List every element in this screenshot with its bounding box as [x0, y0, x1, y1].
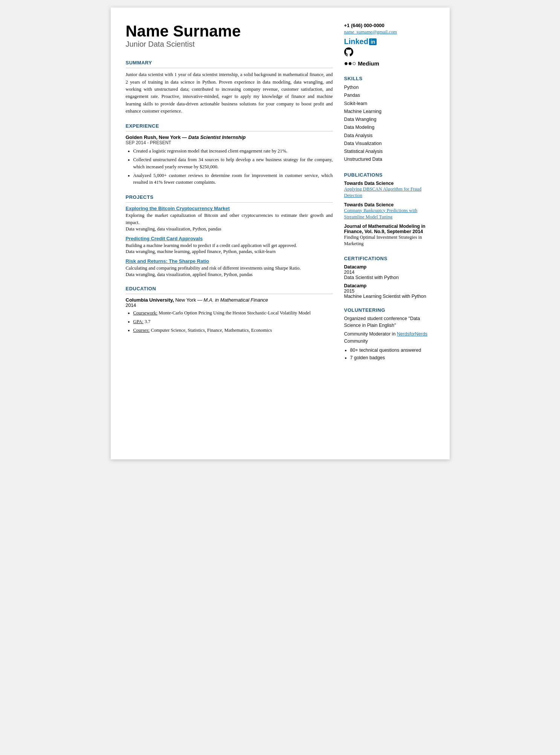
cert-item-2: Datacamp 2015 Machine Learning Scientist… [344, 283, 435, 299]
pub-item-2: Towards Data Science Company Bankruptcy … [344, 202, 435, 221]
pub-item-1: Towards Data Science Applying DBSCAN Alg… [344, 181, 435, 199]
edu-label-3: Courses: [133, 328, 150, 333]
skill-8: Data Visualization [344, 140, 435, 148]
project-item-2: Predicting Credit Card Approvals Buildin… [126, 236, 333, 255]
cert-org-1: Datacamp [344, 264, 435, 270]
cert-desc-2: Machine Learning Scientist with Python [344, 294, 435, 299]
job-title: Junior Data Scientist [126, 40, 333, 49]
exp-bullets: Created a logistic regression model that… [126, 148, 333, 186]
skill-6: Data Modeling [344, 124, 435, 131]
pub-item-3: Journal of Mathematical Modeling in Fina… [344, 224, 435, 247]
contact-email[interactable]: name_surname@gmail.com [344, 29, 435, 35]
skill-1: Python [344, 84, 435, 92]
vol-community-link[interactable]: NerdsforNerds [397, 331, 427, 337]
education-entry: Columbia University, New York — M.A. in … [126, 297, 333, 334]
summary-text: Junior data scientist with 1 year of dat… [126, 71, 333, 115]
github-icon [344, 47, 353, 56]
pub-source-1: Towards Data Science [344, 181, 435, 186]
linkedin-text: Linked [344, 37, 368, 46]
project-desc-2: Building a machine learning model to pre… [126, 242, 333, 249]
edu-label-2: GPA: [133, 319, 143, 324]
edu-label-1: Coursework: [133, 310, 158, 316]
linkedin-in-badge: in [369, 38, 377, 45]
contact-phone: +1 (646) 000-0000 [344, 23, 435, 28]
certifications-heading: CERTIFICATIONS [344, 256, 435, 261]
edu-school-line: Columbia University, New York — M.A. in … [126, 297, 333, 303]
cert-item-1: Datacamp 2014 Data Scientist with Python [344, 264, 435, 280]
skill-9: Statistical Analysis [344, 148, 435, 156]
edu-bullet-3: Courses: Computer Science, Statistics, F… [133, 327, 333, 334]
project-desc-1: Exploring the market capitalization of B… [126, 212, 333, 226]
right-column: +1 (646) 000-0000 name_surname@gmail.com… [344, 23, 435, 444]
cert-org-2: Datacamp [344, 283, 435, 288]
edu-degree: M.A. in Mathematical Finance [204, 297, 268, 303]
skill-2: Pandas [344, 92, 435, 99]
edu-bullets: Coursework: Monte-Carlo Option Pricing U… [126, 310, 333, 334]
skills-list: Python Pandas Scikit-learn Machine Learn… [344, 84, 435, 164]
project-title-3[interactable]: Risk and Returns: The Sharpe Ratio [126, 258, 333, 264]
projects-divider [126, 202, 333, 203]
project-tags-1: Data wrangling, data visualization, Pyth… [126, 226, 333, 232]
volunteering-heading: VOLUNTEERING [344, 307, 435, 313]
project-title-1[interactable]: Exploring the Bitcoin Cryptocurrency Mar… [126, 206, 333, 211]
education-heading: EDUCATION [126, 286, 333, 291]
skill-10: Unstructured Data [344, 156, 435, 163]
summary-divider [126, 68, 333, 68]
medium-text: Medium [358, 60, 379, 67]
project-tags-3: Data wrangling, data visualization, appl… [126, 272, 333, 278]
summary-heading: SUMMARY [126, 60, 333, 66]
pub-link-1[interactable]: Applying DBSCAN Algorithm for Fraud Dete… [344, 186, 435, 199]
experience-divider [126, 131, 333, 131]
exp-bullet-1: Created a logistic regression model that… [133, 148, 333, 155]
vol-bullet-1: 80+ technical questions answered [350, 346, 435, 354]
skill-7: Data Analysis [344, 132, 435, 140]
pub-link-2[interactable]: Company Bankruptcy Predictions with Stre… [344, 207, 435, 221]
pub-source-2: Towards Data Science [344, 202, 435, 207]
left-column: Name Surname Junior Data Scientist SUMMA… [126, 23, 333, 444]
exp-role: Data Scientist Internship [188, 134, 246, 140]
skill-4: Machine Learning [344, 108, 435, 116]
edu-text-3: Computer Science, Statistics, Finance, M… [150, 328, 272, 333]
edu-school-name: Columbia University, [126, 297, 174, 303]
edu-year: 2014 [126, 303, 333, 308]
skill-3: Scikit-learn [344, 100, 435, 108]
projects-heading: PROJECTS [126, 194, 333, 200]
vol-item-1: Organized student conference "Data Scien… [344, 315, 435, 329]
social-icons: Linkedin ●●○ Medium [344, 37, 435, 67]
edu-bullet-1: Coursework: Monte-Carlo Option Pricing U… [133, 310, 333, 317]
edu-text-1: Monte-Carlo Option Pricing Using the Hes… [157, 310, 311, 316]
vol-item-2: Community Moderator in NerdsforNerds Com… [344, 331, 435, 361]
cert-year-2: 2015 [344, 288, 435, 294]
project-desc-3: Calculating and comparing profitability … [126, 265, 333, 272]
vol-bullets: 80+ technical questions answered 7 golde… [344, 346, 435, 361]
resume-page: Name Surname Junior Data Scientist SUMMA… [111, 8, 450, 459]
vol-bullet-2: 7 golden badges [350, 354, 435, 361]
experience-heading: EXPERIENCE [126, 123, 333, 129]
skill-5: Data Wrangling [344, 116, 435, 124]
publications-heading: PUBLICATIONS [344, 172, 435, 178]
edu-school-suffix: New York — [174, 297, 204, 303]
exp-company-name: Golden Rush, [126, 134, 158, 140]
education-divider [126, 294, 333, 294]
exp-company-suffix: New York — [157, 134, 188, 140]
edu-bullet-2: GPA: 3.7 [133, 318, 333, 325]
vol-text-suffix: Community [344, 339, 368, 344]
edu-text-2: 3.7 [143, 319, 151, 324]
project-tags-2: Data wrangling, machine learning, applie… [126, 249, 333, 255]
project-item-3: Risk and Returns: The Sharpe Ratio Calcu… [126, 258, 333, 278]
cert-desc-1: Data Scientist with Python [344, 275, 435, 280]
exp-company-line: Golden Rush, New York — Data Scientist I… [126, 134, 333, 140]
cert-year-1: 2014 [344, 270, 435, 275]
linkedin-link[interactable]: Linkedin [344, 37, 435, 46]
project-title-2[interactable]: Predicting Credit Card Approvals [126, 236, 333, 241]
project-item-1: Exploring the Bitcoin Cryptocurrency Mar… [126, 206, 333, 232]
pub-source-3: Journal of Mathematical Modeling in Fina… [344, 224, 435, 234]
medium-icon: ●●○ [344, 59, 357, 67]
experience-entry: Golden Rush, New York — Data Scientist I… [126, 134, 333, 186]
exp-bullet-3: Analyzed 5,000+ customer reviews to dete… [133, 172, 333, 186]
medium-link[interactable]: ●●○ Medium [344, 59, 435, 67]
github-link[interactable] [344, 47, 435, 58]
pub-text-3: Finding Optimal Investment Strategies in… [344, 234, 435, 247]
skills-heading: SKILLS [344, 76, 435, 81]
exp-date: SEP 2014 - PRESENT [126, 140, 333, 145]
